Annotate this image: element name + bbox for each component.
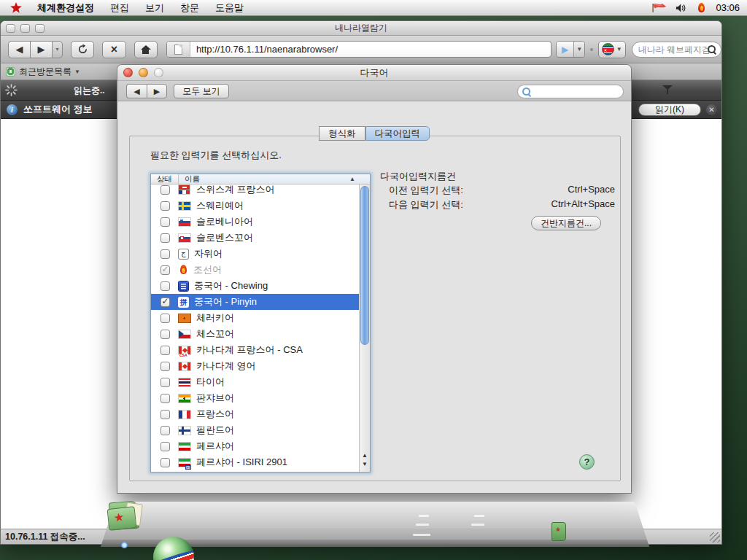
url-input[interactable] <box>190 44 551 55</box>
multilingual-dialog: 다국어 ◀ ▶ 모두 보기 형식화 다국어입력 필요한 입력기를 선택하십시오. <box>117 64 632 494</box>
dialog-title-bar[interactable]: 다국어 <box>117 65 631 81</box>
forward-button[interactable]: ▶ <box>30 41 52 58</box>
recent-bookmarks-icon <box>6 67 15 77</box>
shortcut-label: 이전 입력기 선택: <box>389 184 463 197</box>
home-button[interactable] <box>134 41 158 58</box>
browser-title-bar[interactable]: 내나라열람기 <box>1 21 721 36</box>
table-row[interactable]: 카나다계 영어 <box>151 358 359 374</box>
history-dropdown-button[interactable]: ▾ <box>52 41 63 58</box>
language-checkbox[interactable] <box>160 426 170 435</box>
language-checkbox[interactable] <box>160 394 170 403</box>
language-checkbox[interactable] <box>160 378 170 387</box>
language-checkbox[interactable] <box>160 346 170 355</box>
web-search-field[interactable] <box>632 42 721 58</box>
read-button[interactable]: 읽기(K) <box>638 104 701 116</box>
language-flag-icon <box>179 427 190 435</box>
shortcut-label: 다음 입력기 선택: <box>389 198 463 211</box>
language-checkbox[interactable] <box>160 362 170 371</box>
help-button[interactable]: ? <box>579 454 595 470</box>
dialog-search-field[interactable] <box>517 85 624 98</box>
go-dropdown-button[interactable]: ▼ <box>573 42 584 57</box>
address-bar[interactable] <box>166 41 551 58</box>
keyboard-shortcuts-button[interactable]: 건반지름건... <box>531 216 601 230</box>
stop-button[interactable]: × <box>102 41 125 58</box>
language-checkbox[interactable] <box>160 217 170 227</box>
table-row[interactable]: 스웨리예어 <box>151 198 359 214</box>
table-row[interactable]: 슬로벤스꼬어 <box>151 230 359 246</box>
language-checkbox[interactable] <box>160 281 170 291</box>
dialog-forward-button[interactable]: ▶ <box>147 84 167 98</box>
language-checkbox[interactable]: ✓ <box>160 298 170 307</box>
recent-bookmarks-dropdown-icon[interactable]: ▼ <box>74 69 80 75</box>
table-row[interactable]: 체러키어 <box>151 310 359 326</box>
table-row[interactable]: ✓ 중국어 - Pinyin <box>151 294 359 310</box>
table-row[interactable]: 페르샤어 <box>151 438 359 454</box>
notification-close-icon[interactable]: ✕ <box>706 104 717 115</box>
torch-indicator-icon[interactable] <box>697 3 705 13</box>
search-engine-button[interactable]: ▼ <box>598 41 626 58</box>
dialog-search-input[interactable] <box>534 87 614 97</box>
input-method-table: 상태 이름 ▲ <box>150 174 371 472</box>
menu-edit[interactable]: 편집 <box>102 0 137 16</box>
go-button[interactable]: ▶ <box>557 42 573 57</box>
language-checkbox[interactable] <box>160 201 170 211</box>
dock-file-manager-icon[interactable]: ★ <box>107 496 147 534</box>
language-checkbox[interactable] <box>160 330 170 339</box>
flag-indicator-icon[interactable] <box>652 3 667 13</box>
resize-grip[interactable] <box>710 532 720 542</box>
web-search-input[interactable] <box>638 44 711 55</box>
language-flag-icon <box>179 459 190 467</box>
table-row[interactable]: 카나다계 프랑스어 - CSA <box>151 342 359 358</box>
dialog-tab[interactable]: 다국어입력 <box>365 126 430 141</box>
table-row[interactable]: 필란드어 <box>151 422 359 438</box>
language-flag-icon <box>179 298 188 307</box>
language-checkbox[interactable] <box>160 249 170 259</box>
back-button[interactable]: ◀ <box>8 41 30 58</box>
running-app-indicator <box>121 542 128 548</box>
dialog-tab[interactable]: 형식화 <box>319 126 365 141</box>
dialog-back-button[interactable]: ◀ <box>126 84 147 98</box>
menu-window[interactable]: 창문 <box>172 0 207 16</box>
table-row[interactable]: 중국어 - Chewing <box>151 278 359 294</box>
table-row[interactable]: 페르샤어 - ISIRI 2901 <box>151 454 359 470</box>
volume-icon[interactable] <box>676 3 689 13</box>
dock-documents-book-icon[interactable] <box>551 522 566 541</box>
stop-icon: × <box>111 43 117 56</box>
tab-overflow-icon[interactable] <box>662 85 675 96</box>
sort-arrow-icon: ▲ <box>349 176 355 182</box>
table-scrollbar[interactable]: ▲ ▼ <box>359 184 370 472</box>
table-row[interactable]: 타이어 <box>151 374 359 390</box>
table-row[interactable]: 자위어 <box>151 246 359 262</box>
menu-help[interactable]: 도움말 <box>207 0 252 16</box>
column-header-name[interactable]: 이름 ▲ <box>179 174 370 184</box>
table-row[interactable]: ✓ 조선어 <box>151 262 359 278</box>
language-checkbox[interactable] <box>160 314 170 323</box>
red-star-logo-icon[interactable] <box>10 2 22 13</box>
language-checkbox[interactable]: ✓ <box>160 265 170 275</box>
language-checkbox[interactable] <box>160 185 170 195</box>
scrollbar-thumb[interactable] <box>360 186 369 345</box>
table-row[interactable]: 스위스계 프랑스어 <box>151 184 359 198</box>
column-header-status[interactable]: 상태 <box>151 174 179 184</box>
scroll-up-arrow[interactable]: ▲ <box>360 451 370 460</box>
language-checkbox[interactable] <box>160 458 170 467</box>
search-magnifier-icon[interactable] <box>708 45 716 54</box>
language-checkbox[interactable] <box>160 442 170 451</box>
show-all-button[interactable]: 모두 보기 <box>174 84 229 98</box>
recent-bookmarks-label[interactable]: 최근방문목록 <box>19 66 71 78</box>
scroll-down-arrow[interactable]: ▼ <box>360 460 370 469</box>
table-body: 스위스계 프랑스어 스웨리예어 <box>151 184 359 472</box>
table-row[interactable]: 슬로베니아어 <box>151 214 359 230</box>
tab-loading-label[interactable]: 읽는중.. <box>74 85 105 97</box>
column-header-name-label: 이름 <box>185 174 200 184</box>
table-row[interactable]: 체스꼬어 <box>151 326 359 342</box>
menu-view[interactable]: 보기 <box>137 0 172 16</box>
table-row[interactable]: 판쟈브어 <box>151 390 359 406</box>
menu-app-title[interactable]: 체계환경설정 <box>29 0 102 16</box>
language-flag-icon <box>179 314 190 322</box>
reload-button[interactable] <box>71 41 94 58</box>
language-name: 프랑스어 <box>196 408 234 421</box>
language-checkbox[interactable] <box>160 410 170 419</box>
language-checkbox[interactable] <box>160 233 170 243</box>
table-row[interactable]: 프랑스어 <box>151 406 359 422</box>
